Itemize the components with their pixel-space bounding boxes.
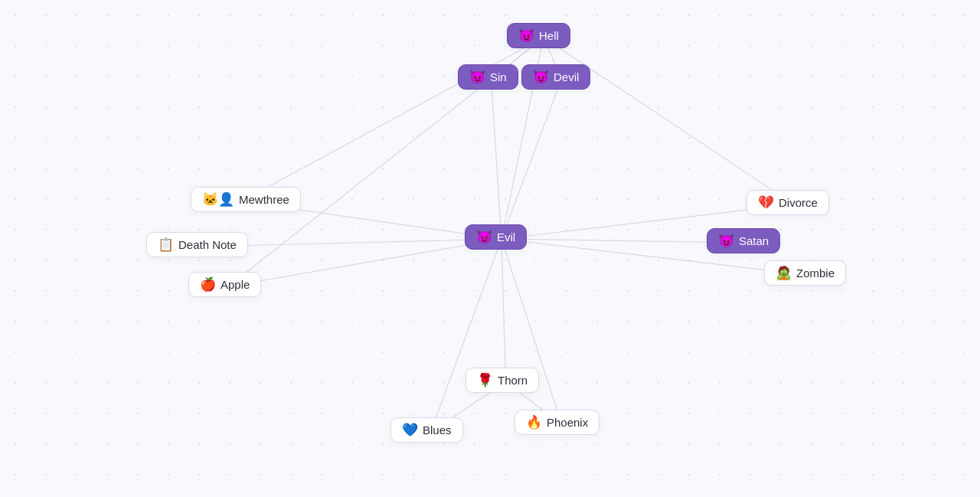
node-mewthree[interactable]: 🐱👤Mewthree	[191, 187, 301, 212]
node-emoji-satan: 😈	[718, 234, 734, 247]
node-deathnote[interactable]: 📋Death Note	[146, 232, 248, 257]
node-label-satan: Satan	[739, 234, 769, 247]
svg-line-17	[544, 38, 794, 204]
node-evil[interactable]: 😈Evil	[465, 224, 527, 250]
node-blues[interactable]: 💙Blues	[390, 417, 463, 443]
node-zombie[interactable]: 🧟Zombie	[764, 260, 846, 286]
node-label-blues: Blues	[423, 423, 452, 437]
node-label-apple: Apple	[220, 278, 250, 291]
svg-line-7	[229, 239, 502, 286]
node-devil[interactable]: 😈Devil	[521, 64, 590, 90]
node-label-hell: Hell	[539, 29, 559, 42]
node-emoji-zombie: 🧟	[776, 266, 792, 280]
node-label-thorn: Thorn	[498, 374, 528, 387]
node-satan[interactable]: 😈Satan	[707, 228, 780, 253]
svg-line-11	[501, 239, 506, 382]
node-emoji-phoenix: 🔥	[526, 416, 542, 429]
node-emoji-apple: 🍎	[200, 278, 216, 291]
node-emoji-mewthree: 🐱👤	[202, 193, 234, 206]
node-emoji-sin: 😈	[469, 70, 485, 83]
node-label-devil: Devil	[554, 70, 579, 83]
svg-line-13	[501, 239, 562, 424]
node-label-zombie: Zombie	[796, 266, 835, 280]
node-emoji-thorn: 🌹	[477, 374, 493, 387]
svg-line-4	[501, 79, 562, 239]
node-emoji-divorce: 💔	[758, 196, 774, 209]
node-apple[interactable]: 🍎Apple	[188, 272, 261, 297]
node-sin[interactable]: 😈Sin	[458, 64, 518, 90]
svg-line-3	[492, 79, 502, 239]
node-label-phoenix: Phoenix	[547, 416, 588, 429]
svg-line-12	[431, 239, 502, 432]
node-label-evil: Evil	[497, 231, 515, 244]
node-emoji-evil: 😈	[476, 231, 492, 244]
node-emoji-hell: 😈	[518, 29, 534, 42]
node-label-mewthree: Mewthree	[239, 193, 289, 206]
node-divorce[interactable]: 💔Divorce	[746, 190, 829, 215]
svg-line-6	[204, 239, 501, 247]
node-emoji-blues: 💙	[402, 423, 418, 437]
node-hell[interactable]: 😈Hell	[507, 23, 570, 48]
svg-line-16	[241, 38, 544, 201]
node-thorn[interactable]: 🌹Thorn	[466, 368, 539, 393]
node-label-sin: Sin	[490, 70, 507, 83]
node-label-deathnote: Death Note	[178, 238, 237, 251]
node-emoji-devil: 😈	[533, 70, 549, 83]
node-label-divorce: Divorce	[779, 196, 818, 209]
node-emoji-deathnote: 📋	[158, 238, 174, 251]
node-phoenix[interactable]: 🔥Phoenix	[514, 410, 599, 435]
